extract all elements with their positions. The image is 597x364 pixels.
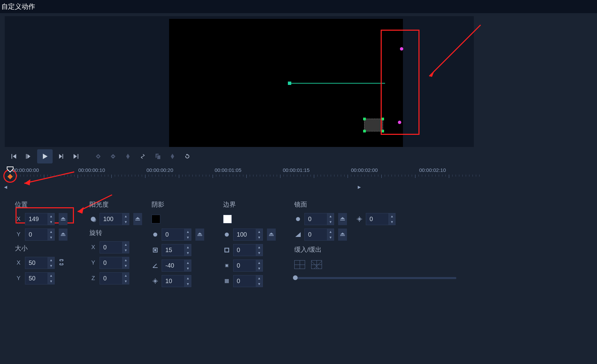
spin-down-icon[interactable]: ▼	[185, 281, 191, 287]
slider-knob[interactable]	[293, 275, 298, 280]
border-opacity-input[interactable]: ▲▼	[233, 229, 263, 241]
mirror-offset-input[interactable]: ▲▼	[304, 229, 334, 241]
ease-label: 缓入/缓出	[294, 245, 464, 254]
ease-curve-icon[interactable]	[311, 260, 322, 269]
keyframe-point[interactable]	[398, 121, 401, 124]
shadow-distance-input[interactable]: ▲▼	[162, 275, 191, 287]
play-button[interactable]	[37, 149, 53, 163]
spin-down-icon[interactable]: ▼	[256, 235, 263, 240]
spin-down-icon[interactable]: ▼	[256, 281, 263, 287]
spin-down-icon[interactable]: ▼	[48, 235, 54, 240]
spin-down-icon[interactable]: ▼	[327, 219, 334, 225]
keyframe-point[interactable]	[400, 47, 403, 51]
reset-keyframes-button[interactable]	[181, 150, 194, 163]
spin-up-icon[interactable]: ▲	[185, 244, 191, 250]
timeline-scroll-left[interactable]: ◀	[4, 185, 7, 189]
playhead[interactable]	[7, 166, 13, 173]
properties-panel: 位置 X ▲▼ Y ▲▼ 大小 X ▲▼ Y ▲▼ 阳光度 ▲▼ 旋转	[5, 198, 474, 290]
resize-handle[interactable]	[363, 118, 366, 120]
ease-slider[interactable]	[294, 277, 456, 279]
go-to-end-button[interactable]	[70, 150, 82, 163]
keyframe-toggle-button[interactable]	[59, 213, 67, 225]
spin-up-icon[interactable]: ▲	[389, 213, 395, 219]
keyframe-toggle-button[interactable]	[195, 229, 204, 241]
spin-up-icon[interactable]: ▲	[256, 244, 263, 250]
spin-down-icon[interactable]: ▼	[185, 266, 191, 271]
spin-up-icon[interactable]: ▲	[256, 260, 263, 266]
preview-canvas[interactable]	[169, 19, 403, 147]
spin-down-icon[interactable]: ▼	[48, 263, 54, 269]
spin-up-icon[interactable]: ▲	[123, 257, 129, 263]
spin-down-icon[interactable]: ▼	[123, 219, 129, 225]
spin-down-icon[interactable]: ▼	[48, 278, 54, 284]
spin-down-icon[interactable]: ▼	[123, 263, 129, 269]
spin-down-icon[interactable]: ▼	[48, 219, 54, 225]
border-radius-input[interactable]: ▲▼	[233, 275, 263, 287]
go-to-start-button[interactable]	[7, 150, 20, 163]
playback-controls	[5, 148, 474, 164]
spin-up-icon[interactable]: ▲	[185, 229, 191, 235]
spin-up-icon[interactable]: ▲	[256, 229, 263, 235]
swap-keyframe-button[interactable]	[136, 150, 149, 163]
keyframe-toggle-button[interactable]	[338, 229, 347, 241]
svg-rect-6	[61, 220, 65, 220]
spin-down-icon[interactable]: ▼	[327, 235, 334, 240]
svg-rect-7	[61, 235, 65, 236]
mirror-distance-input[interactable]: ▲▼	[366, 213, 396, 225]
y-label: Y	[89, 260, 97, 266]
timeline-scroll-right[interactable]: ▶	[358, 185, 361, 189]
opacity-icon	[294, 215, 302, 223]
position-y-input[interactable]: ▲▼	[25, 229, 55, 241]
spin-down-icon[interactable]: ▼	[123, 247, 129, 253]
spin-up-icon[interactable]: ▲	[185, 275, 191, 281]
rotation-z-input[interactable]: ▲▼	[100, 272, 129, 284]
step-back-button[interactable]	[22, 150, 35, 163]
spin-up-icon[interactable]: ▲	[256, 275, 263, 281]
link-icon[interactable]	[59, 259, 64, 267]
timeline[interactable]: 00:00:00:00 00:00:00:10 00:00:00:20 00:0…	[5, 167, 474, 189]
selection-box[interactable]	[364, 119, 383, 131]
keyframe-marker[interactable]	[7, 174, 13, 181]
keyframe-toggle-button[interactable]	[133, 213, 142, 225]
spin-up-icon[interactable]: ▲	[48, 257, 54, 263]
spin-up-icon[interactable]: ▲	[327, 229, 334, 235]
spin-down-icon[interactable]: ▼	[185, 250, 191, 256]
step-forward-button[interactable]	[55, 150, 67, 163]
rotation-y-input[interactable]: ▲▼	[100, 257, 129, 269]
mirror-opacity-input[interactable]: ▲▼	[304, 213, 334, 225]
keyframe-toggle-button[interactable]	[59, 229, 67, 241]
shadow-color-swatch[interactable]	[152, 215, 160, 223]
spin-up-icon[interactable]: ▲	[48, 273, 54, 278]
resize-handle[interactable]	[381, 118, 384, 120]
shadow-angle-input[interactable]: ▲▼	[162, 260, 191, 272]
opacity-input[interactable]: ▲▼	[100, 213, 129, 225]
spin-up-icon[interactable]: ▲	[123, 213, 129, 219]
spin-down-icon[interactable]: ▼	[389, 219, 395, 225]
border-color-swatch[interactable]	[223, 215, 232, 223]
resize-handle[interactable]	[381, 130, 384, 132]
keyframe-toggle-button[interactable]	[338, 213, 347, 225]
rotation-x-input[interactable]: ▲▼	[100, 241, 129, 253]
ease-linear-icon[interactable]	[294, 260, 305, 269]
spin-up-icon[interactable]: ▲	[123, 273, 129, 278]
rotation-label: 旋转	[89, 229, 142, 237]
size-y-input[interactable]: ▲▼	[25, 272, 55, 284]
shadow-blur-input[interactable]: ▲▼	[162, 244, 191, 256]
size-x-input[interactable]: ▲▼	[25, 257, 55, 269]
spin-down-icon[interactable]: ▼	[256, 250, 263, 256]
border-width-input[interactable]: ▲▼	[233, 244, 263, 256]
spin-up-icon[interactable]: ▲	[185, 260, 191, 266]
shadow-opacity-input[interactable]: ▲▼	[162, 229, 191, 241]
spin-down-icon[interactable]: ▼	[123, 278, 129, 284]
angle-icon	[152, 262, 159, 269]
spin-up-icon[interactable]: ▲	[123, 242, 129, 247]
spin-up-icon[interactable]: ▲	[48, 213, 54, 219]
position-x-input[interactable]: ▲▼	[25, 213, 55, 225]
spin-up-icon[interactable]: ▲	[48, 229, 54, 235]
resize-handle[interactable]	[363, 130, 366, 132]
border-feather-input[interactable]: ▲▼	[233, 260, 263, 272]
spin-down-icon[interactable]: ▼	[185, 235, 191, 240]
spin-up-icon[interactable]: ▲	[327, 213, 334, 219]
keyframe-toggle-button[interactable]	[267, 229, 276, 241]
spin-down-icon[interactable]: ▼	[256, 266, 263, 271]
